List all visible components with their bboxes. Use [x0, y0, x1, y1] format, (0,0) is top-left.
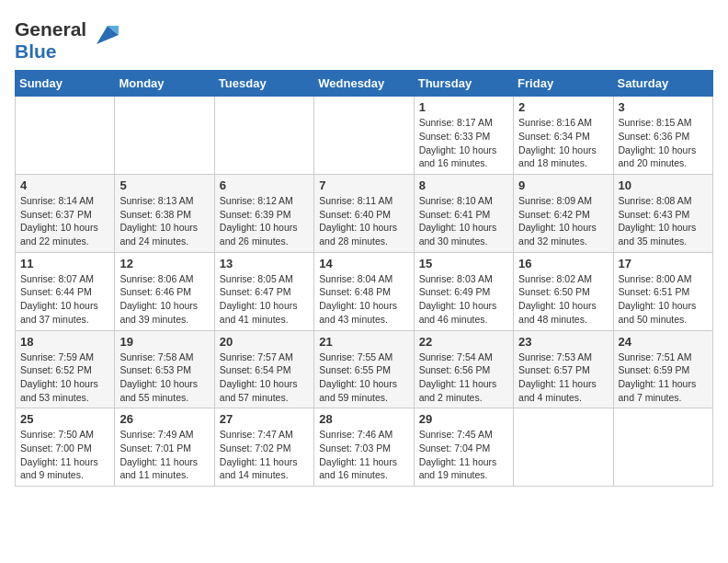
day-number: 14	[319, 257, 408, 270]
day-header-thursday: Thursday	[414, 71, 513, 97]
day-cell: 19Sunrise: 7:58 AM Sunset: 6:53 PM Dayli…	[115, 330, 214, 408]
day-info: Sunrise: 7:45 AM Sunset: 7:04 PM Dayligh…	[419, 428, 508, 482]
day-header-monday: Monday	[115, 71, 214, 97]
day-info: Sunrise: 7:55 AM Sunset: 6:55 PM Dayligh…	[319, 350, 408, 405]
day-info: Sunrise: 8:02 AM Sunset: 6:50 PM Dayligh…	[518, 272, 608, 327]
day-cell	[115, 97, 214, 175]
day-info: Sunrise: 8:14 AM Sunset: 6:37 PM Dayligh…	[20, 194, 109, 248]
day-info: Sunrise: 7:47 AM Sunset: 7:02 PM Dayligh…	[220, 428, 309, 482]
day-info: Sunrise: 8:00 AM Sunset: 6:51 PM Dayligh…	[619, 272, 708, 327]
day-cell: 11Sunrise: 8:07 AM Sunset: 6:44 PM Dayli…	[16, 252, 115, 330]
day-info: Sunrise: 7:58 AM Sunset: 6:53 PM Dayligh…	[119, 350, 209, 405]
day-info: Sunrise: 7:54 AM Sunset: 6:56 PM Dayligh…	[419, 350, 508, 405]
day-info: Sunrise: 8:11 AM Sunset: 6:40 PM Dayligh…	[319, 194, 408, 248]
day-cell	[16, 97, 115, 175]
day-number: 6	[220, 178, 309, 192]
day-info: Sunrise: 8:05 AM Sunset: 6:47 PM Dayligh…	[220, 272, 309, 327]
day-cell: 3Sunrise: 8:15 AM Sunset: 6:36 PM Daylig…	[613, 97, 712, 175]
week-row-5: 25Sunrise: 7:50 AM Sunset: 7:00 PM Dayli…	[16, 408, 713, 487]
logo: General Blue	[15, 18, 119, 63]
day-number: 23	[518, 335, 608, 349]
day-info: Sunrise: 8:07 AM Sunset: 6:44 PM Dayligh…	[20, 272, 109, 327]
day-header-tuesday: Tuesday	[214, 71, 313, 97]
day-cell: 5Sunrise: 8:13 AM Sunset: 6:38 PM Daylig…	[115, 175, 214, 253]
day-info: Sunrise: 7:49 AM Sunset: 7:01 PM Dayligh…	[119, 428, 209, 482]
day-cell: 20Sunrise: 7:57 AM Sunset: 6:54 PM Dayli…	[214, 330, 313, 408]
header-row: SundayMondayTuesdayWednesdayThursdayFrid…	[16, 71, 713, 97]
day-cell	[514, 408, 613, 487]
day-cell: 15Sunrise: 8:03 AM Sunset: 6:49 PM Dayli…	[414, 252, 513, 330]
day-info: Sunrise: 8:10 AM Sunset: 6:41 PM Dayligh…	[419, 194, 508, 248]
day-cell: 7Sunrise: 8:11 AM Sunset: 6:40 PM Daylig…	[314, 175, 414, 253]
week-row-2: 4Sunrise: 8:14 AM Sunset: 6:37 PM Daylig…	[16, 175, 713, 253]
day-number: 7	[319, 178, 408, 192]
day-cell: 21Sunrise: 7:55 AM Sunset: 6:55 PM Dayli…	[314, 330, 414, 408]
day-number: 20	[220, 335, 309, 349]
day-cell: 10Sunrise: 8:08 AM Sunset: 6:43 PM Dayli…	[613, 175, 712, 253]
day-number: 10	[619, 178, 708, 192]
day-cell: 1Sunrise: 8:17 AM Sunset: 6:33 PM Daylig…	[414, 97, 513, 175]
day-info: Sunrise: 8:04 AM Sunset: 6:48 PM Dayligh…	[319, 272, 408, 327]
day-number: 19	[119, 335, 209, 349]
day-info: Sunrise: 8:13 AM Sunset: 6:38 PM Dayligh…	[119, 194, 209, 248]
day-info: Sunrise: 8:17 AM Sunset: 6:33 PM Dayligh…	[419, 116, 508, 170]
day-info: Sunrise: 7:51 AM Sunset: 6:59 PM Dayligh…	[619, 350, 708, 405]
day-info: Sunrise: 8:16 AM Sunset: 6:34 PM Dayligh…	[518, 116, 608, 170]
day-number: 27	[220, 412, 309, 426]
day-number: 25	[20, 412, 109, 426]
header: General Blue	[15, 15, 713, 63]
day-number: 4	[20, 178, 109, 192]
day-number: 5	[119, 178, 209, 192]
day-number: 12	[119, 257, 209, 270]
day-number: 29	[419, 412, 508, 426]
day-info: Sunrise: 8:15 AM Sunset: 6:36 PM Dayligh…	[619, 116, 708, 170]
day-cell: 29Sunrise: 7:45 AM Sunset: 7:04 PM Dayli…	[414, 408, 513, 487]
day-cell: 12Sunrise: 8:06 AM Sunset: 6:46 PM Dayli…	[115, 252, 214, 330]
day-info: Sunrise: 7:59 AM Sunset: 6:52 PM Dayligh…	[20, 350, 109, 405]
day-cell	[613, 408, 712, 487]
day-info: Sunrise: 7:57 AM Sunset: 6:54 PM Dayligh…	[220, 350, 309, 405]
day-number: 18	[20, 335, 109, 349]
day-cell: 27Sunrise: 7:47 AM Sunset: 7:02 PM Dayli…	[214, 408, 313, 487]
day-cell: 22Sunrise: 7:54 AM Sunset: 6:56 PM Dayli…	[414, 330, 513, 408]
day-cell: 6Sunrise: 8:12 AM Sunset: 6:39 PM Daylig…	[214, 175, 313, 253]
day-header-friday: Friday	[514, 71, 613, 97]
day-number: 24	[619, 335, 708, 349]
day-cell: 9Sunrise: 8:09 AM Sunset: 6:42 PM Daylig…	[514, 175, 613, 253]
day-info: Sunrise: 8:03 AM Sunset: 6:49 PM Dayligh…	[419, 272, 508, 327]
day-number: 16	[518, 257, 608, 270]
day-cell: 26Sunrise: 7:49 AM Sunset: 7:01 PM Dayli…	[115, 408, 214, 487]
day-cell: 8Sunrise: 8:10 AM Sunset: 6:41 PM Daylig…	[414, 175, 513, 253]
day-number: 3	[619, 100, 708, 114]
day-info: Sunrise: 8:06 AM Sunset: 6:46 PM Dayligh…	[119, 272, 209, 327]
day-number: 21	[319, 335, 408, 349]
logo-icon	[89, 22, 119, 52]
day-header-saturday: Saturday	[613, 71, 712, 97]
day-number: 2	[518, 100, 608, 114]
day-cell: 23Sunrise: 7:53 AM Sunset: 6:57 PM Dayli…	[514, 330, 613, 408]
day-cell: 17Sunrise: 8:00 AM Sunset: 6:51 PM Dayli…	[613, 252, 712, 330]
week-row-3: 11Sunrise: 8:07 AM Sunset: 6:44 PM Dayli…	[16, 252, 713, 330]
logo-blue: Blue	[15, 40, 86, 63]
day-info: Sunrise: 7:53 AM Sunset: 6:57 PM Dayligh…	[518, 350, 608, 405]
day-cell: 13Sunrise: 8:05 AM Sunset: 6:47 PM Dayli…	[214, 252, 313, 330]
day-number: 11	[20, 257, 109, 270]
day-cell	[214, 97, 313, 175]
day-number: 28	[319, 412, 408, 426]
day-info: Sunrise: 8:08 AM Sunset: 6:43 PM Dayligh…	[619, 194, 708, 248]
day-number: 9	[518, 178, 608, 192]
day-cell: 18Sunrise: 7:59 AM Sunset: 6:52 PM Dayli…	[16, 330, 115, 408]
day-cell: 25Sunrise: 7:50 AM Sunset: 7:00 PM Dayli…	[16, 408, 115, 487]
day-number: 26	[119, 412, 209, 426]
day-cell: 2Sunrise: 8:16 AM Sunset: 6:34 PM Daylig…	[514, 97, 613, 175]
day-number: 17	[619, 257, 708, 270]
day-cell: 4Sunrise: 8:14 AM Sunset: 6:37 PM Daylig…	[16, 175, 115, 253]
day-number: 22	[419, 335, 508, 349]
week-row-1: 1Sunrise: 8:17 AM Sunset: 6:33 PM Daylig…	[16, 97, 713, 175]
day-cell: 14Sunrise: 8:04 AM Sunset: 6:48 PM Dayli…	[314, 252, 414, 330]
day-info: Sunrise: 7:46 AM Sunset: 7:03 PM Dayligh…	[319, 428, 408, 482]
logo-general: General	[15, 18, 86, 40]
week-row-4: 18Sunrise: 7:59 AM Sunset: 6:52 PM Dayli…	[16, 330, 713, 408]
day-cell: 28Sunrise: 7:46 AM Sunset: 7:03 PM Dayli…	[314, 408, 414, 487]
day-header-sunday: Sunday	[16, 71, 115, 97]
